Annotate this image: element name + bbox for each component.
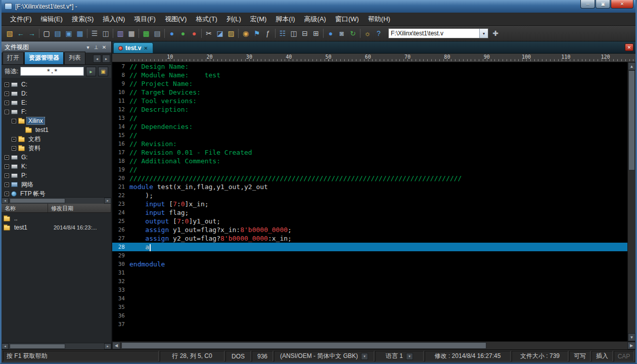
code-line[interactable]: 30endmodule: [112, 260, 627, 268]
hex-edit-icon[interactable]: ▦: [126, 28, 137, 39]
scroll-tabs-right-button[interactable]: ▸: [102, 55, 110, 63]
chevron-down-icon[interactable]: ▾: [361, 353, 368, 360]
forward-icon[interactable]: →: [26, 28, 37, 39]
code-area[interactable]: 7// Design Name: 8// Module Name: test 9…: [112, 62, 627, 341]
code-line[interactable]: 34: [112, 294, 627, 303]
code-line[interactable]: 22 );: [112, 191, 627, 200]
scroll-right-icon[interactable]: ▸: [104, 198, 111, 204]
file-list-row[interactable]: test12014/8/4 16:23:...: [2, 223, 111, 232]
document-tab-label[interactable]: test.v: [125, 44, 141, 52]
expand-plus-icon[interactable]: +: [5, 183, 9, 187]
pin-icon[interactable]: ⊥: [92, 43, 100, 51]
close-document-button[interactable]: ✕: [625, 43, 633, 51]
code-line[interactable]: 31: [112, 268, 627, 277]
column-name[interactable]: 名称: [2, 204, 48, 212]
tree-item-11[interactable]: +P:: [2, 171, 111, 180]
current-code-line[interactable]: 28 a: [112, 243, 627, 251]
minimize-button[interactable]: ─: [580, 0, 595, 9]
code-fold-icon[interactable]: ▤: [152, 28, 163, 39]
menu-item-11[interactable]: 高级(A): [300, 13, 331, 26]
scrollbar-thumb[interactable]: [10, 198, 65, 203]
expand-plus-icon[interactable]: +: [5, 192, 9, 196]
browser-view-icon[interactable]: ●: [166, 28, 177, 39]
expand-plus-icon[interactable]: +: [5, 101, 9, 105]
panel-close-icon[interactable]: ✕: [100, 43, 108, 51]
menu-item-12[interactable]: 窗口(W): [331, 13, 363, 26]
menu-item-13[interactable]: 帮助(H): [363, 13, 395, 26]
sidebar-tab-3[interactable]: 列表: [64, 52, 85, 64]
scroll-down-icon[interactable]: ▼: [628, 333, 635, 341]
expand-plus-icon[interactable]: +: [12, 137, 16, 142]
panel-menu-icon[interactable]: ▾: [84, 43, 92, 51]
close-button[interactable]: ✕: [611, 0, 633, 9]
new-project-icon[interactable]: ▧: [4, 28, 15, 39]
print-setup-icon[interactable]: ☷: [277, 28, 288, 39]
code-line[interactable]: 10// Target Devices:: [112, 88, 627, 97]
tree-item-5[interactable]: −Xilinx: [2, 116, 111, 125]
menu-item-1[interactable]: 文件(F): [6, 13, 36, 26]
expand-plus-icon[interactable]: +: [12, 146, 16, 151]
new-file-icon[interactable]: ▢: [41, 28, 52, 39]
filter-browse-button[interactable]: ▣: [98, 67, 108, 76]
save-icon[interactable]: ▣: [63, 28, 74, 39]
expand-plus-icon[interactable]: +: [5, 155, 9, 160]
code-line[interactable]: 25 output [7:0]y1_out;: [112, 217, 627, 225]
column-mode-icon[interactable]: ▥: [115, 28, 126, 39]
code-line[interactable]: 8// Module Name: test: [112, 71, 627, 79]
column-modified-date[interactable]: 修改日期: [48, 204, 111, 212]
code-line[interactable]: 11// Tool versions:: [112, 97, 627, 105]
copy-icon[interactable]: ◪: [214, 28, 225, 39]
code-line[interactable]: 20//////////////////////////////////////…: [112, 174, 627, 183]
code-line[interactable]: 21module test(x_in,flag,y1_out,y2_out: [112, 183, 627, 191]
bookmark-icon[interactable]: ⚑: [251, 28, 262, 39]
back-icon[interactable]: ←: [15, 28, 26, 39]
tip-of-day-icon[interactable]: ☼: [362, 28, 373, 39]
expand-plus-icon[interactable]: +: [5, 164, 9, 169]
scroll-right-icon[interactable]: ▶: [627, 342, 635, 349]
scrollbar-thumb[interactable]: [121, 342, 486, 349]
filter-apply-button[interactable]: ▸: [86, 67, 96, 76]
menu-item-5[interactable]: 项目(F): [129, 13, 160, 26]
code-line[interactable]: 12// Description:: [112, 105, 627, 114]
open-file-icon[interactable]: ▤: [52, 28, 63, 39]
menu-item-3[interactable]: 搜索(S): [67, 13, 98, 26]
menu-item-6[interactable]: 视图(V): [160, 13, 191, 26]
menu-item-8[interactable]: 列(L): [222, 13, 246, 26]
collapse-minus-icon[interactable]: −: [5, 110, 9, 114]
scroll-up-icon[interactable]: ▲: [628, 62, 635, 70]
code-line[interactable]: 9// Project Name:: [112, 79, 627, 88]
scroll-tabs-left-button[interactable]: ◂: [93, 55, 101, 63]
collapse-minus-icon[interactable]: −: [12, 119, 16, 123]
file-list-row[interactable]: ..: [2, 214, 111, 223]
menu-item-7[interactable]: 格式(T): [191, 13, 222, 26]
code-line[interactable]: 18// Additional Comments:: [112, 157, 627, 165]
code-line[interactable]: 29: [112, 251, 627, 260]
tree-item-7[interactable]: +文档: [2, 134, 111, 144]
paste-icon[interactable]: ▨: [225, 28, 237, 39]
maximize-button[interactable]: ▣: [596, 0, 610, 9]
tree-item-4[interactable]: −F:: [2, 107, 111, 116]
menu-item-4[interactable]: 插入(N): [98, 13, 129, 26]
scroll-left-icon[interactable]: ◂: [2, 198, 9, 204]
code-line[interactable]: 26 assign y1_out=flag?x_in:8'b0000_0000;: [112, 225, 627, 234]
code-line[interactable]: 19//: [112, 165, 627, 174]
tree-item-9[interactable]: +G:: [2, 153, 111, 162]
scrollbar-thumb[interactable]: [628, 70, 635, 170]
tile-horizontal-icon[interactable]: ⊟: [299, 28, 310, 39]
find-icon[interactable]: ◉: [240, 28, 251, 39]
status-language[interactable]: 语言 1▾: [375, 351, 424, 361]
code-line[interactable]: 24 input flag;: [112, 208, 627, 217]
code-line[interactable]: 7// Design Name:: [112, 62, 627, 71]
horizontal-scrollbar[interactable]: ◀ ▶: [112, 341, 635, 349]
code-line[interactable]: 33: [112, 286, 627, 294]
filter-input[interactable]: [20, 67, 84, 76]
code-line[interactable]: 15//: [112, 131, 627, 140]
expand-plus-icon[interactable]: +: [5, 82, 9, 87]
code-line[interactable]: 37: [112, 320, 627, 329]
scroll-left-icon[interactable]: ◀: [112, 342, 120, 349]
tree-item-13[interactable]: +FTP 帐号: [2, 189, 111, 197]
tree-item-3[interactable]: +E:: [2, 98, 111, 107]
menu-item-10[interactable]: 脚本(I): [271, 13, 299, 26]
sidebar-tab-1[interactable]: 打开: [3, 52, 24, 64]
save-all-icon[interactable]: ▦: [74, 28, 85, 39]
